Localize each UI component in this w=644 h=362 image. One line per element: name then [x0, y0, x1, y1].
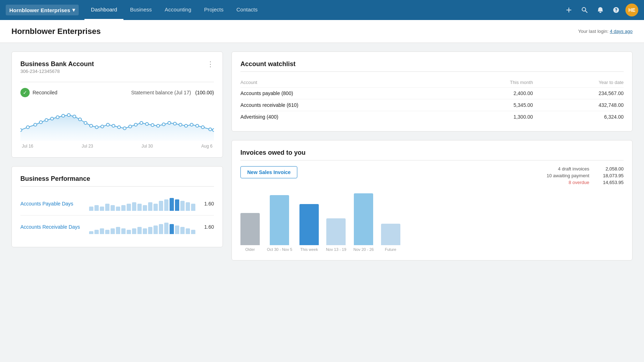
bar-label-future: Future: [385, 247, 396, 252]
svg-point-19: [129, 125, 132, 128]
svg-point-1: [26, 126, 29, 129]
svg-point-8: [67, 114, 70, 116]
nav-contacts[interactable]: Contacts: [230, 0, 264, 20]
last-login-link[interactable]: 4 days ago: [610, 29, 633, 34]
navigation: Hornblower Enterprises ▾ Dashboard Busin…: [0, 0, 644, 20]
bank-account-number: 306-234-12345678: [20, 69, 94, 74]
nav-dashboard[interactable]: Dashboard: [84, 0, 123, 20]
watchlist-account-2: Advertising (400): [240, 111, 450, 123]
svg-point-13: [95, 126, 98, 129]
bar: [170, 224, 174, 234]
search-button[interactable]: [578, 4, 591, 16]
draft-label: 4 draft invoices: [558, 166, 589, 172]
svg-point-27: [174, 122, 176, 125]
bar: [100, 207, 104, 211]
bar: [148, 202, 152, 211]
bar-label-older: Older: [245, 247, 255, 252]
bar: [153, 225, 158, 234]
bar: [175, 225, 179, 234]
business-performance-card: Business Performance Accounts Payable Da…: [11, 166, 223, 247]
watchlist-col-ytd: Year to date: [533, 78, 624, 88]
watchlist-ytd-2: 6,324.00: [533, 111, 624, 123]
svg-point-16: [112, 124, 115, 127]
main-content: Business Bank Account 306-234-12345678 ⋮…: [0, 43, 644, 269]
chart-labels: Jul 16 Jul 23 Jul 30 Aug 6: [20, 144, 214, 149]
watchlist-divider: [240, 71, 624, 72]
nav-action-icons: HE: [562, 4, 638, 16]
reconcile-left: ✓ Reconciled: [20, 88, 57, 97]
bar: [143, 228, 147, 234]
more-options-icon[interactable]: ⋮: [207, 60, 214, 68]
svg-point-33: [209, 128, 211, 131]
invoice-bar-chart: Older Oct 30 - Nov 5 This week Nov 13 - …: [240, 191, 624, 252]
svg-point-29: [185, 124, 187, 127]
watchlist-account-1: Accounts receivable (610): [240, 99, 450, 111]
bar-group-nov20: Nov 20 - 26: [353, 193, 374, 252]
user-avatar[interactable]: HE: [625, 4, 638, 16]
chart-label-3: Aug 6: [201, 144, 213, 149]
nav-projects[interactable]: Projects: [198, 0, 230, 20]
bar: [148, 227, 152, 234]
add-button[interactable]: [562, 4, 575, 16]
bar-future: [381, 224, 400, 245]
bar: [137, 227, 142, 234]
nav-business[interactable]: Business: [123, 0, 158, 20]
svg-point-11: [84, 122, 87, 124]
brand-dropdown[interactable]: Hornblower Enterprises ▾: [6, 5, 79, 15]
bank-account-card: Business Bank Account 306-234-12345678 ⋮…: [11, 51, 223, 158]
awaiting-value: 18,073.95: [595, 173, 624, 178]
nav-accounting[interactable]: Accounting: [158, 0, 197, 20]
watchlist-card: Account watchlist Account This month Yea…: [231, 51, 633, 132]
overdue-stat-row: 8 overdue 14,653.95: [569, 180, 624, 185]
svg-point-18: [123, 127, 126, 130]
bar-thisweek: [299, 204, 319, 245]
brand-caret-icon: ▾: [72, 7, 75, 13]
bar-nov13: [326, 218, 346, 245]
bar: [127, 204, 131, 211]
bar: [132, 228, 136, 234]
overdue-value: 14,653.95: [595, 180, 624, 185]
svg-point-2: [34, 123, 36, 126]
draft-value: 2,058.00: [595, 166, 624, 172]
perf-label-payable[interactable]: Accounts Payable Days: [20, 201, 85, 207]
bar: [164, 223, 169, 234]
bar: [89, 207, 93, 211]
bar: [94, 205, 99, 211]
watchlist-month-1: 5,345.00: [450, 99, 533, 111]
table-row: Accounts receivable (610) 5,345.00 432,7…: [240, 99, 624, 111]
new-sales-invoice-button[interactable]: New Sales Invoice: [240, 166, 297, 178]
bar: [100, 228, 104, 234]
bar: [191, 230, 195, 234]
bar: [137, 204, 142, 211]
bar: [159, 224, 163, 234]
perf-label-receivable[interactable]: Accounts Receivable Days: [20, 224, 85, 230]
perf-bars-receivable: [89, 220, 195, 234]
awaiting-label: 10 awaiting payment: [547, 173, 589, 178]
bar: [89, 231, 93, 234]
bar-group-future: Future: [381, 224, 400, 252]
bank-card-header: Business Bank Account 306-234-12345678 ⋮: [20, 60, 214, 78]
svg-point-17: [118, 126, 121, 129]
watchlist-table: Account This month Year to date Accounts…: [240, 78, 624, 123]
performance-card-title: Business Performance: [20, 175, 214, 183]
svg-point-14: [101, 125, 104, 128]
perf-bars-payable: [89, 197, 195, 211]
svg-point-34: [213, 129, 214, 132]
perf-value-payable: 1.60: [200, 201, 214, 207]
bar: [111, 205, 115, 211]
svg-point-10: [78, 118, 81, 121]
bar-label-oct: Oct 30 - Nov 5: [267, 247, 292, 252]
notifications-button[interactable]: [594, 4, 607, 16]
svg-point-25: [162, 123, 165, 126]
watchlist-col-this-month: This month: [450, 78, 533, 88]
statement-label: Statement balance (Jul 17): [131, 90, 191, 95]
watchlist-ytd-0: 234,567.00: [533, 88, 624, 99]
overdue-label: 8 overdue: [569, 180, 589, 185]
svg-point-21: [140, 122, 143, 124]
help-button[interactable]: [610, 4, 623, 16]
bar: [121, 228, 126, 234]
svg-point-31: [196, 124, 199, 127]
svg-point-30: [190, 123, 193, 126]
svg-point-23: [151, 124, 154, 127]
watchlist-card-title: Account watchlist: [240, 60, 624, 68]
